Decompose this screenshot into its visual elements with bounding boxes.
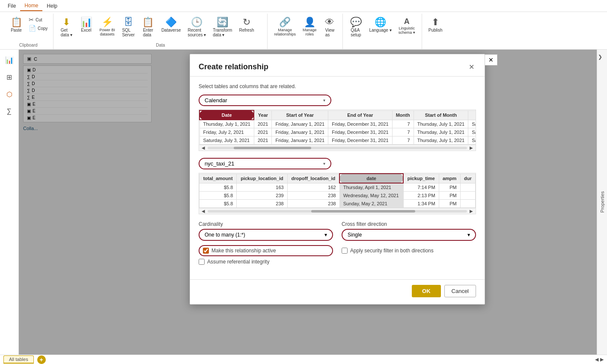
- properties-label: Properties: [600, 191, 605, 213]
- table1-selector[interactable]: Calendar ▾: [199, 95, 331, 106]
- enter-data-button[interactable]: 📋 Enterdata: [139, 15, 158, 39]
- t2-col-dur[interactable]: dur: [460, 174, 475, 183]
- nav-prev[interactable]: ◀: [595, 357, 598, 362]
- cross-filter-select[interactable]: Single ▾: [342, 229, 476, 241]
- table1-col-month[interactable]: Month: [392, 110, 414, 120]
- security-filter-checkbox[interactable]: [342, 248, 348, 254]
- dataverse-button[interactable]: 🔷 Dataverse: [158, 15, 184, 35]
- all-tables-tab[interactable]: All tables: [3, 355, 34, 364]
- cut-button[interactable]: ✂ Cut: [27, 15, 50, 24]
- language-button[interactable]: 🌐 Language ▾: [366, 15, 394, 35]
- view-as-icon: 👁: [325, 18, 334, 27]
- sidebar-icon-dax[interactable]: ∑: [3, 104, 16, 118]
- dialog-close-button[interactable]: ✕: [467, 61, 476, 73]
- scroll-left-arrow[interactable]: ◀: [201, 145, 206, 150]
- dialog-subtitle: Select tables and columns that are relat…: [199, 83, 476, 89]
- table1-col-end[interactable]: End: [468, 110, 476, 120]
- table1-data: Date Year Start of Year End of Year Mont…: [199, 110, 476, 145]
- outer-close-button[interactable]: ✕: [485, 54, 497, 65]
- table-row: $5.8 239 238 Wednesday, May 12, 2021 2:1…: [199, 192, 476, 200]
- t1-r1-start: Friday, January 1, 2021: [272, 120, 328, 128]
- table1-header-row: Date Year Start of Year End of Year Mont…: [199, 110, 476, 120]
- recent-sources-button[interactable]: 🕒 Recentsources ▾: [184, 15, 209, 39]
- get-data-icon: ⬇: [62, 18, 70, 27]
- t1-r2-e: Saturda: [468, 128, 476, 136]
- t2-r3-dropoff: 238: [287, 200, 339, 208]
- security-filter-label: Apply security filter in both directions: [350, 248, 434, 254]
- t2-r1-ampm: PM: [439, 183, 460, 192]
- t2-scroll-left[interactable]: ◀: [201, 209, 206, 213]
- sidebar-icon-model[interactable]: ⬡: [3, 87, 16, 101]
- cardinality-select[interactable]: One to many (1:*) ▾: [199, 229, 333, 241]
- view-as-button[interactable]: 👁 Viewas: [320, 15, 339, 39]
- t2-r2-pickup: 239: [237, 192, 287, 200]
- qa-setup-button[interactable]: 💬 Q&Asetup: [346, 15, 365, 39]
- menu-help[interactable]: Help: [42, 1, 62, 11]
- table1-col-start-month[interactable]: Start of Month: [414, 110, 468, 120]
- menu-file[interactable]: File: [3, 1, 20, 11]
- t1-r1-end: Friday, December 31, 2021: [328, 120, 392, 128]
- cancel-button[interactable]: Cancel: [444, 285, 476, 297]
- table1-col-start-year[interactable]: Start of Year: [272, 110, 328, 120]
- power-bi-label: Power BIdatasets: [99, 28, 115, 36]
- cross-filter-value: Single: [348, 232, 362, 238]
- linguistic-label: Linguisticschema ▾: [399, 26, 415, 35]
- excel-button[interactable]: 📊 Excel: [77, 15, 95, 35]
- t2-r3-ampm: PM: [439, 200, 460, 208]
- t2-r1-date: Thursday, April 1, 2021: [339, 183, 403, 192]
- t2-col-pickup[interactable]: pickup_location_id: [237, 174, 287, 183]
- right-options: Cross filter direction Single ▾ Apply se…: [342, 221, 476, 256]
- t2-col-pickup-time[interactable]: pickup_time: [403, 174, 439, 183]
- copy-button[interactable]: 📄 Copy: [27, 24, 50, 33]
- sidebar-icon-data[interactable]: ⊞: [3, 70, 16, 84]
- sql-button[interactable]: 🗄 SQLServer: [119, 15, 138, 39]
- table1-scrollbar[interactable]: ◀ ▶: [199, 145, 476, 151]
- table-row: Thursday, July 1, 2021 2021 Friday, Janu…: [199, 120, 476, 128]
- publish-button[interactable]: ⬆ Publish: [425, 15, 446, 35]
- power-bi-button[interactable]: ⚡ Power BIdatasets: [96, 15, 118, 38]
- t1-r3-som: Thursday, July 1, 2021: [414, 136, 468, 145]
- ok-button[interactable]: OK: [412, 285, 441, 297]
- nav-next[interactable]: ▶: [600, 357, 604, 362]
- t1-r3-year: 2021: [254, 136, 271, 145]
- referential-checkbox[interactable]: [199, 259, 205, 265]
- menu-home[interactable]: Home: [20, 1, 42, 11]
- cardinality-arrow: ▾: [324, 232, 327, 238]
- language-icon: 🌐: [375, 18, 386, 27]
- t1-r1-year: 2021: [254, 120, 271, 128]
- t1-r2-date: Friday, July 2, 2021: [199, 128, 254, 136]
- transform-data-button[interactable]: 🔄 Transformdata ▾: [210, 15, 235, 39]
- make-active-checkbox[interactable]: [203, 248, 209, 254]
- get-data-button[interactable]: ⬇ Getdata ▾: [57, 15, 76, 39]
- table1-col-year[interactable]: Year: [254, 110, 271, 120]
- table2-container: total_amount pickup_location_id dropoff_…: [199, 173, 476, 214]
- get-data-label: Getdata ▾: [61, 28, 72, 37]
- t2-col-total[interactable]: total_amount: [199, 174, 237, 183]
- sidebar-icon-report[interactable]: 📊: [3, 53, 16, 67]
- t2-col-date[interactable]: date: [339, 174, 403, 183]
- table2-scrollbar[interactable]: ◀ ▶: [199, 208, 476, 214]
- manage-roles-button[interactable]: 👤 Manageroles: [300, 15, 320, 38]
- dataverse-icon: 🔷: [165, 18, 177, 27]
- right-sidebar-toggle[interactable]: ❯: [597, 53, 603, 61]
- enter-data-label: Enterdata: [143, 28, 153, 37]
- refresh-button[interactable]: ↻ Refresh: [236, 15, 257, 35]
- add-tab-button[interactable]: +: [37, 355, 46, 364]
- scroll-right-arrow[interactable]: ▶: [469, 145, 474, 150]
- scroll-track[interactable]: [208, 147, 467, 149]
- table2-selector[interactable]: nyc_taxi_21 ▾: [199, 158, 331, 169]
- t2-col-dropoff[interactable]: dropoff_location_id: [287, 174, 339, 183]
- table1-col-date[interactable]: Date: [199, 110, 254, 120]
- data-group-label: Data: [57, 41, 264, 47]
- t2-col-ampm[interactable]: ampm: [439, 174, 460, 183]
- t2-scroll-right[interactable]: ▶: [469, 209, 474, 213]
- t2-scroll-track[interactable]: [208, 210, 467, 213]
- linguistic-button[interactable]: A Linguisticschema ▾: [396, 15, 418, 37]
- table1-col-end-year[interactable]: End of Year: [328, 110, 392, 120]
- t2-r3-ptime: 1:34 PM: [403, 200, 439, 208]
- paste-icon: 📋: [11, 18, 22, 27]
- t2-r2-total: $5.8: [199, 192, 237, 200]
- t2-r1-dur: [460, 183, 475, 192]
- manage-relationships-button[interactable]: 🔗 Managerelationships: [271, 15, 299, 38]
- paste-button[interactable]: 📋 Paste: [7, 15, 26, 35]
